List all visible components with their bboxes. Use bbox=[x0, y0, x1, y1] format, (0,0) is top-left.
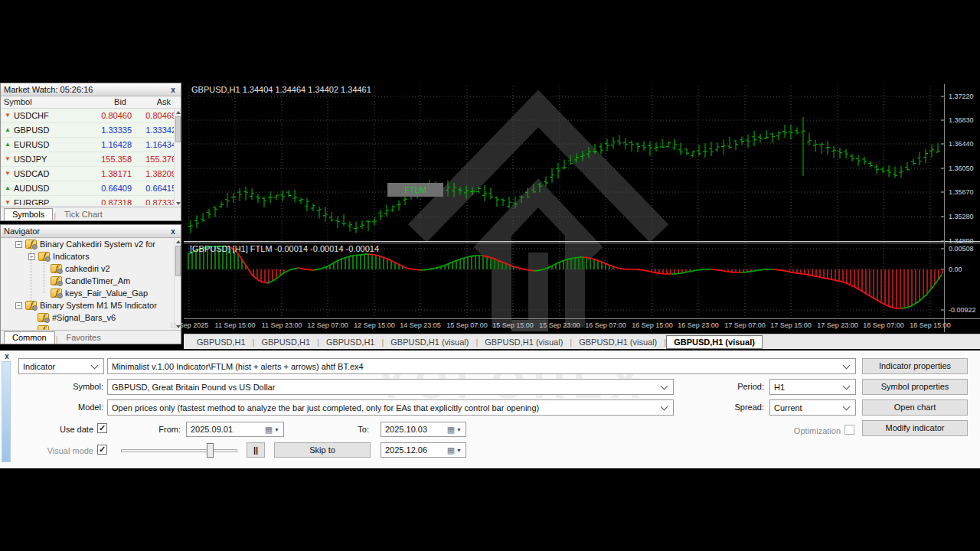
market-watch-tab-symbols[interactable]: Symbols bbox=[4, 208, 53, 220]
chart-tab[interactable]: GBPUSD,H1 (visual) bbox=[572, 336, 664, 348]
price-axis-label: 1.35280 bbox=[949, 213, 974, 220]
scrollbar-thumb[interactable] bbox=[175, 116, 181, 142]
symbol-cell: ▼USDCHF bbox=[1, 111, 87, 120]
price-scale[interactable]: 1.372201.368301.364401.360501.356701.352… bbox=[947, 83, 980, 332]
chart-tab[interactable]: GBPUSD,H1 bbox=[254, 336, 317, 348]
navigator-item[interactable]: ƒCandleTimer_Am bbox=[1, 275, 181, 287]
market-watch-row[interactable]: ▲AUDUSD0.664090.66415 bbox=[1, 181, 181, 196]
to-date-picker[interactable]: 2025.10.03 ▦ ▼ bbox=[381, 422, 466, 437]
modify-indicator-button[interactable]: Modify indicator bbox=[862, 420, 968, 436]
mql-indicator-icon: ƒ bbox=[38, 252, 50, 261]
indicator-properties-button[interactable]: Indicator properties bbox=[862, 358, 968, 374]
chevron-down-icon bbox=[843, 382, 851, 390]
tester-type-select[interactable]: Indicator bbox=[18, 358, 104, 374]
skip-to-button[interactable]: Skip to bbox=[274, 442, 371, 458]
spread-select[interactable]: Current bbox=[769, 399, 856, 416]
symbol-select[interactable]: GBPUSD, Great Britain Pound vs US Dollar bbox=[107, 379, 674, 395]
navigator-item[interactable]: −ƒBinary System M1 M5 Indicator bbox=[1, 299, 181, 311]
navigator-item-label: CandleTimer_Am bbox=[65, 276, 130, 285]
symbol-name: USDCAD bbox=[14, 169, 49, 178]
optimization-label: Optimization bbox=[773, 426, 841, 435]
close-icon[interactable]: x bbox=[168, 227, 178, 236]
period-value: H1 bbox=[770, 383, 841, 392]
use-date-checkbox[interactable]: ✓ bbox=[97, 423, 107, 433]
optimization-checkbox[interactable] bbox=[844, 425, 854, 435]
time-axis[interactable]: 11 Sep 202511 Sep 15:0011 Sep 23:0012 Se… bbox=[184, 321, 980, 332]
market-watch-row[interactable]: ▲GBPUSD1.333351.33342 bbox=[1, 123, 181, 138]
chart-tab[interactable]: GBPUSD,H1 bbox=[190, 336, 253, 348]
skip-to-date-value: 2025.12.06 bbox=[381, 445, 447, 455]
chevron-down-icon: ▼ bbox=[456, 427, 462, 432]
down-arrow-icon: ▼ bbox=[5, 200, 11, 205]
calendar-icon: ▦ bbox=[447, 425, 455, 435]
bid-value: 1.33335 bbox=[87, 126, 136, 135]
scroll-up-icon[interactable] bbox=[175, 238, 181, 245]
down-arrow-icon: ▼ bbox=[5, 156, 11, 162]
navigator-item[interactable]: −ƒBinary Cahkediri System v2 for bbox=[1, 238, 181, 250]
symbol-properties-button[interactable]: Symbol properties bbox=[862, 379, 968, 395]
chart-tab[interactable]: GBPUSD,H1 (visual) bbox=[666, 335, 763, 349]
from-date-picker[interactable]: 2025.09.01 ▦ ▼ bbox=[186, 422, 284, 437]
ftlm-indicator-label[interactable]: FTLM bbox=[387, 183, 443, 197]
indicator-axis-label: 0.00 bbox=[949, 266, 962, 273]
visual-mode-checkbox[interactable]: ✓ bbox=[97, 445, 107, 455]
strategy-tester-panel: YOFOREX x Indicator Minimalist v.1.00 In… bbox=[0, 350, 980, 468]
chart-tab[interactable]: GBPUSD,H1 bbox=[319, 336, 382, 348]
bid-value: 0.66409 bbox=[87, 184, 136, 193]
navigator-scrollbar[interactable] bbox=[174, 238, 181, 331]
market-watch-scrollbar[interactable] bbox=[174, 109, 181, 207]
tester-indicator-select[interactable]: Minimalist v.1.00 Indicator\FTLM (hist +… bbox=[107, 358, 856, 374]
down-arrow-icon: ▼ bbox=[5, 112, 11, 119]
collapse-icon[interactable]: − bbox=[15, 241, 22, 248]
market-watch-row[interactable]: ▼USDJPY155.358155.376 bbox=[1, 152, 181, 167]
market-watch-row[interactable]: ▼USDCAD1.381711.38209 bbox=[1, 167, 181, 181]
period-select[interactable]: H1 bbox=[769, 379, 856, 395]
open-chart-button[interactable]: Open chart bbox=[862, 399, 968, 416]
market-watch-row[interactable]: ▼EURGBP0.873180.87333 bbox=[1, 196, 181, 205]
symbol-cell: ▲GBPUSD bbox=[1, 126, 87, 135]
market-watch-row[interactable]: ▼USDCHF0.804600.80469 bbox=[1, 109, 181, 123]
tester-side-strip bbox=[2, 361, 11, 462]
column-bid[interactable]: Bid bbox=[80, 96, 129, 108]
market-watch-titlebar: Market Watch: 05:26:16 x bbox=[1, 83, 181, 96]
close-icon[interactable]: x bbox=[168, 86, 178, 94]
market-watch-tab-tick-chart[interactable]: Tick Chart bbox=[57, 209, 110, 220]
navigator-item[interactable]: ƒ#Signal_Bars_v6 bbox=[1, 311, 181, 324]
scroll-up-icon[interactable] bbox=[175, 109, 181, 116]
chart-tab[interactable]: GBPUSD,H1 (visual) bbox=[478, 336, 570, 348]
market-watch-header[interactable]: Symbol Bid Ask bbox=[1, 96, 181, 109]
close-icon[interactable]: x bbox=[2, 352, 11, 360]
symbol-name: EURGBP bbox=[14, 198, 49, 205]
navigator-item[interactable]: −ƒIndicators bbox=[1, 250, 181, 262]
collapse-icon[interactable]: − bbox=[15, 302, 22, 309]
navigator-titlebar: Navigator x bbox=[1, 225, 181, 238]
slider-handle[interactable] bbox=[207, 443, 214, 458]
navigator-panel: Navigator x −ƒBinary Cahkediri System v2… bbox=[0, 224, 181, 344]
pause-button[interactable]: || bbox=[247, 442, 265, 458]
navigator-tabbar: Common|Favorites bbox=[1, 330, 181, 344]
from-date-value: 2025.09.01 bbox=[187, 425, 265, 434]
collapse-icon[interactable]: − bbox=[28, 253, 35, 260]
symbol-name: USDJPY bbox=[14, 155, 47, 164]
scrollbar-thumb[interactable] bbox=[175, 246, 181, 276]
navigator-item-label: Indicators bbox=[53, 252, 90, 261]
bid-value: 1.16428 bbox=[87, 140, 136, 149]
up-arrow-icon: ▲ bbox=[5, 127, 11, 133]
model-value: Open prices only (fastest method to anal… bbox=[108, 403, 658, 412]
navigator-item[interactable]: ƒkeys_Fair_Value_Gap bbox=[1, 287, 181, 299]
price-chart[interactable] bbox=[184, 83, 980, 349]
visual-speed-slider[interactable] bbox=[121, 449, 237, 452]
navigator-tab-favorites[interactable]: Favorites bbox=[58, 332, 108, 344]
skip-to-date-picker[interactable]: 2025.12.06 ▦ ▼ bbox=[381, 442, 466, 458]
navigator-item[interactable]: ƒcahkediri v2 bbox=[1, 262, 181, 275]
price-axis-label: 1.36440 bbox=[949, 140, 974, 148]
chevron-down-icon: ▼ bbox=[274, 427, 279, 432]
chart-tab[interactable]: GBPUSD,H1 (visual) bbox=[384, 336, 475, 348]
time-axis-label: 12 Sep 15:00 bbox=[354, 321, 395, 329]
model-select[interactable]: Open prices only (fastest method to anal… bbox=[107, 399, 674, 416]
column-symbol[interactable]: Symbol bbox=[1, 96, 80, 108]
market-watch-row[interactable]: ▲EURUSD1.164281.16434 bbox=[1, 138, 181, 152]
navigator-tree: −ƒBinary Cahkediri System v2 for−ƒIndica… bbox=[1, 238, 181, 331]
column-ask[interactable]: Ask bbox=[129, 96, 174, 108]
navigator-tab-common[interactable]: Common bbox=[4, 331, 55, 344]
